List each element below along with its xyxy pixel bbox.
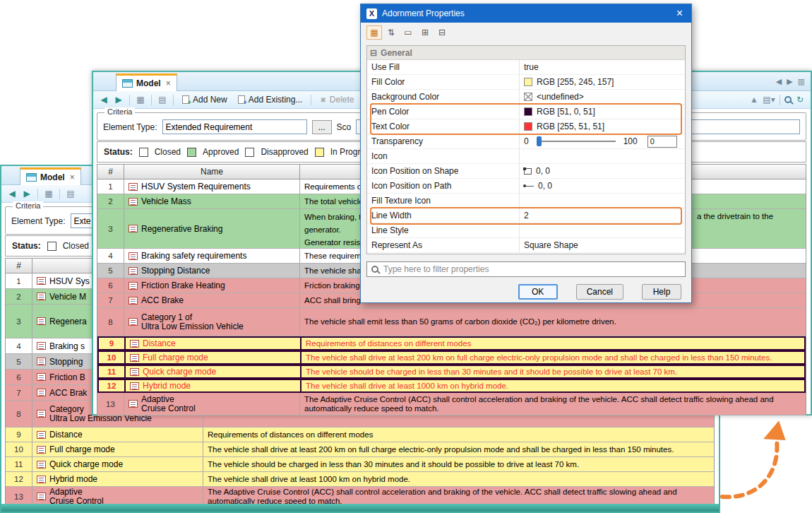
table-row-selected[interactable]: 12 Hybrid mode The vehicle shall drive a… (97, 379, 806, 393)
status-closed-checkbox[interactable] (47, 242, 56, 251)
element-type-input[interactable] (162, 119, 307, 134)
property-row-line-width[interactable]: Line Width 2 (367, 208, 685, 223)
row-name-cell[interactable]: Friction Brake Heating (124, 278, 300, 293)
transparency-slider[interactable] (537, 141, 616, 142)
row-name-cell[interactable]: Braking safety requirements (124, 249, 300, 263)
table-row-selected[interactable]: 10 Full charge mode The vehicle shall dr… (97, 350, 806, 365)
collapse-all-icon[interactable]: ⊟ (434, 25, 450, 40)
row-name-cell[interactable]: Quick charge mode (32, 457, 203, 471)
scroll-tabs-right-icon[interactable]: ▶ (787, 77, 792, 86)
report-icon[interactable]: ▤ (156, 93, 169, 106)
number-column-header[interactable]: # (97, 165, 124, 179)
table-row[interactable]: 13 Adaptive Cruise Control The Adaptive … (97, 393, 806, 415)
row-text-cell[interactable]: Requirements of distances on different m… (301, 338, 804, 349)
panel-icon[interactable]: ▥ (798, 77, 805, 86)
view-options-icon[interactable]: ▤▾ (763, 93, 775, 106)
collapse-section-icon[interactable]: ⊟ (370, 48, 377, 58)
table-row-selected[interactable]: 11 Quick charge mode The vehicle should … (97, 365, 806, 379)
row-text-cell[interactable]: Requirements of distances on different m… (203, 428, 714, 442)
forward-icon[interactable]: ▶ (20, 187, 33, 200)
table-row[interactable]: 12 Hybrid mode The vehicle shall drive a… (6, 472, 714, 487)
row-text-cell[interactable]: The vehicle shall emit less than 50 gram… (300, 308, 806, 336)
collapse-criteria-icon[interactable]: ▲ (748, 93, 760, 106)
property-row-background-color[interactable]: Background Color <undefined> (367, 90, 685, 105)
row-text-cell[interactable]: The vehicle shall drive at least 1000 km… (203, 472, 714, 486)
property-row-icon[interactable]: Icon (367, 149, 685, 164)
status-closed-checkbox[interactable] (139, 148, 148, 157)
property-row-transparency[interactable]: Transparency 0 100 0 (367, 134, 685, 149)
property-row-fill-color[interactable]: Fill Color RGB [255, 245, 157] (367, 75, 685, 90)
sort-alphabetically-icon[interactable]: ⇅ (383, 25, 399, 40)
row-text-cell[interactable]: The vehicle shall drive at least 1000 km… (301, 380, 804, 391)
property-row-pen-color[interactable]: Pen Color RGB [51, 0, 51] (367, 105, 685, 119)
browse-button[interactable]: ... (312, 120, 332, 134)
row-text-cell[interactable]: The vehicle should be charged in less th… (203, 457, 714, 471)
row-text-cell[interactable]: The Adaptive Cruise Control (ACC) shall … (300, 393, 806, 415)
table-row[interactable]: 8 Category 1 of Ultra Low Emission Vehic… (97, 308, 806, 336)
row-name-cell[interactable]: Full charge mode (126, 352, 301, 363)
back-icon[interactable]: ◀ (6, 187, 18, 200)
delete-button[interactable]: ✖ Delete (316, 94, 358, 105)
row-name-cell[interactable]: Hybrid mode (32, 472, 203, 486)
close-icon[interactable]: × (674, 7, 686, 20)
row-name-cell[interactable]: HSUV System Requirements (124, 179, 300, 194)
row-text-cell[interactable]: The Adaptive Cruise Control (ACC) shall … (203, 487, 714, 506)
row-name-cell[interactable]: Category 1 of Ultra Low Emission Vehicle (124, 308, 300, 336)
row-name-cell[interactable]: Hybrid mode (126, 380, 301, 391)
status-approved-checkbox[interactable] (187, 148, 196, 157)
row-name-cell[interactable]: Adaptive Cruise Control (124, 393, 300, 415)
cancel-button[interactable]: Cancel (576, 284, 623, 300)
grid-icon[interactable]: ▦ (42, 187, 55, 200)
row-name-cell[interactable]: Distance (126, 338, 301, 349)
expand-all-icon[interactable]: ⊞ (417, 25, 433, 40)
row-name-cell[interactable]: Full charge mode (32, 442, 203, 456)
row-text-cell[interactable]: The vehicle should be charged in less th… (301, 366, 804, 377)
number-column-header[interactable]: # (6, 259, 32, 273)
status-inprogress-checkbox[interactable] (315, 148, 324, 157)
status-disapproved-checkbox[interactable] (245, 148, 254, 157)
name-column-header[interactable]: Name (124, 165, 300, 179)
table-row[interactable]: 11 Quick charge mode The vehicle should … (6, 457, 714, 472)
add-existing-button[interactable]: Add Existing... (234, 94, 307, 105)
forward-icon[interactable]: ▶ (112, 93, 125, 106)
row-name-cell[interactable]: Regenerative Braking (124, 209, 300, 248)
search-icon[interactable] (784, 96, 792, 103)
table-row-selected[interactable]: 9 Distance Requirements of distances on … (97, 336, 806, 350)
show-description-icon[interactable]: ▭ (400, 25, 416, 40)
tab-model[interactable]: Model × (20, 167, 81, 185)
transparency-value-input[interactable]: 0 (647, 136, 677, 148)
filter-properties-field[interactable] (366, 261, 686, 277)
table-row[interactable]: 10 Full charge mode The vehicle shall dr… (6, 442, 714, 457)
table-row[interactable]: 9 Distance Requirements of distances on … (6, 428, 714, 442)
property-row-icon-position-on-shape[interactable]: Icon Position on Shape 0, 0 (367, 164, 685, 179)
report-icon[interactable]: ▤ (64, 187, 77, 200)
row-name-cell[interactable]: Stopping Distance (124, 264, 300, 278)
general-section-header[interactable]: ⊟ General (367, 46, 685, 60)
categorized-view-icon[interactable]: ▦ (366, 25, 382, 40)
refresh-icon[interactable]: ↻ (794, 93, 806, 106)
dialog-titlebar[interactable]: X Adornment Properties × (361, 4, 691, 23)
tab-model[interactable]: Model × (116, 73, 177, 91)
property-row-icon-position-on-path[interactable]: Icon Position on Path 0, 0 (367, 179, 685, 194)
row-text-cell[interactable]: The vehicle shall drive at least 200 km … (301, 352, 804, 363)
row-name-cell[interactable]: Adaptive Cruise Control (32, 487, 203, 506)
row-name-cell[interactable]: Distance (32, 428, 203, 442)
row-name-cell[interactable]: Quick charge mode (126, 366, 301, 377)
add-new-button[interactable]: Add New (178, 94, 232, 105)
property-row-represent-as[interactable]: Represent As Square Shape (367, 238, 685, 253)
row-name-cell[interactable]: ACC Brake (124, 293, 300, 307)
tab-close-icon[interactable]: × (166, 78, 171, 88)
property-row-text-color[interactable]: Text Color RGB [255, 51, 51] (367, 119, 685, 134)
row-name-cell[interactable]: Vehicle Mass (124, 194, 300, 208)
grid-icon[interactable]: ▦ (134, 93, 147, 106)
row-text-cell[interactable]: The vehicle shall drive at least 200 km … (203, 442, 714, 456)
filter-input[interactable] (383, 264, 681, 274)
property-row-fill-texture-icon[interactable]: Fill Texture Icon (367, 194, 685, 208)
scroll-tabs-left-icon[interactable]: ◀ (776, 77, 782, 86)
back-icon[interactable]: ◀ (97, 93, 110, 106)
slider-handle[interactable] (537, 136, 542, 146)
ok-button[interactable]: OK (518, 284, 558, 300)
property-row-use-fill[interactable]: Use Fill true (367, 60, 685, 75)
help-button[interactable]: Help (642, 284, 681, 300)
tab-close-icon[interactable]: × (70, 172, 75, 182)
